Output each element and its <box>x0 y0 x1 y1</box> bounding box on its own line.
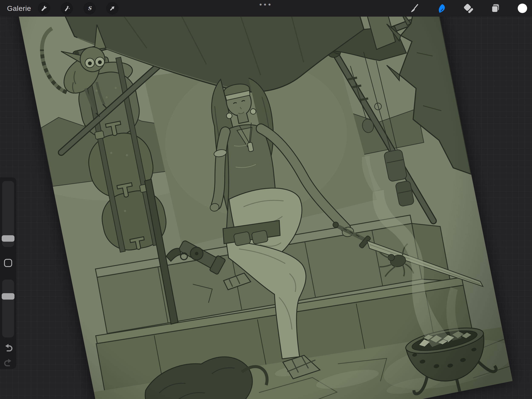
redo-button[interactable] <box>3 357 13 367</box>
brush-size-handle[interactable] <box>2 235 14 242</box>
brush-size-slider[interactable] <box>2 181 14 247</box>
undo-icon <box>3 343 13 352</box>
selection-s-icon: S <box>86 5 93 12</box>
smudge-icon <box>436 3 446 13</box>
selection-button[interactable]: S <box>83 2 96 14</box>
canvas-options-button[interactable]: ••• <box>250 0 282 9</box>
transform-button[interactable] <box>106 2 119 14</box>
layers-button[interactable] <box>490 3 500 13</box>
svg-text:S: S <box>88 5 92 11</box>
brush-icon <box>409 3 419 13</box>
smudge-tool-button[interactable] <box>436 3 446 13</box>
actions-button[interactable] <box>38 2 50 14</box>
brush-sidebar <box>0 177 16 369</box>
color-button[interactable] <box>517 3 527 13</box>
procreate-workspace: Galerie S <box>0 0 532 399</box>
adjustments-button[interactable] <box>61 2 73 14</box>
modify-button[interactable] <box>4 259 12 267</box>
artwork <box>12 0 513 399</box>
magic-wand-icon <box>63 5 70 12</box>
transform-arrow-icon <box>109 5 116 12</box>
gallery-button[interactable]: Galerie <box>7 0 31 17</box>
opacity-handle[interactable] <box>2 293 14 300</box>
eraser-icon <box>463 3 474 13</box>
undo-button[interactable] <box>3 343 13 352</box>
erase-tool-button[interactable] <box>463 3 474 13</box>
artwork-vignette <box>12 0 513 399</box>
top-toolbar: Galerie S <box>0 0 532 17</box>
drawing-canvas[interactable] <box>12 0 513 399</box>
paint-tool-button[interactable] <box>409 3 419 13</box>
color-swatch <box>517 3 527 13</box>
redo-icon <box>3 357 13 367</box>
opacity-slider[interactable] <box>2 280 14 337</box>
layers-icon <box>490 3 500 13</box>
wrench-icon <box>40 5 48 12</box>
